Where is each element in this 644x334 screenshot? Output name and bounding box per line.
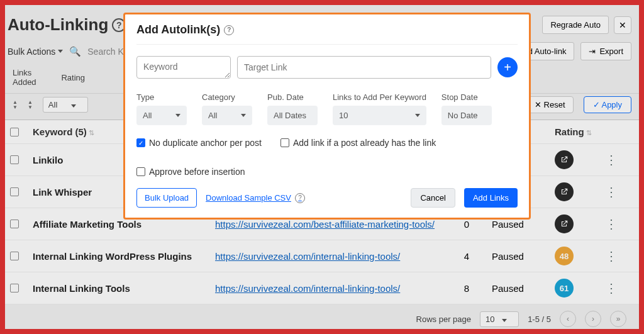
row-status: Paused bbox=[492, 219, 555, 230]
cancel-button[interactable]: Cancel bbox=[411, 188, 455, 208]
row-menu-button[interactable]: ⋮ bbox=[599, 248, 624, 264]
row-links-added: 4 bbox=[441, 251, 492, 262]
links-added-stepper-2[interactable]: ▲▼ bbox=[28, 101, 33, 109]
add-row-button[interactable]: + bbox=[497, 57, 518, 77]
page-title: Auto-Linking ? bbox=[8, 15, 126, 35]
rating-filter-select[interactable]: All bbox=[43, 97, 88, 113]
target-link-input[interactable] bbox=[237, 56, 491, 79]
help-icon: ? bbox=[295, 193, 305, 203]
row-checkbox[interactable] bbox=[10, 187, 19, 196]
download-sample-csv-link[interactable]: Download Sample CSV ? bbox=[206, 193, 305, 203]
bulk-actions-dropdown[interactable]: Bulk Actions bbox=[8, 47, 63, 57]
row-link[interactable]: https://survivezeal.com/internal-linking… bbox=[215, 283, 441, 294]
table-row: Internal Linking WordPress Pluginshttps:… bbox=[5, 240, 639, 272]
page-prev-button[interactable]: ‹ bbox=[560, 311, 576, 327]
row-links-added: 0 bbox=[441, 219, 492, 230]
row-status: Paused bbox=[492, 283, 555, 294]
chevron-down-icon bbox=[415, 114, 420, 117]
row-link[interactable]: https://survivezeal.com/internal-linking… bbox=[215, 251, 441, 262]
export-label: Export bbox=[599, 47, 623, 56]
search-input[interactable]: Search Ke bbox=[87, 47, 128, 57]
addif-checkbox[interactable]: Add link if a post already has the link bbox=[280, 138, 436, 148]
row-menu-button[interactable]: ⋮ bbox=[599, 281, 624, 296]
row-rating bbox=[555, 182, 599, 201]
reset-button[interactable]: ✕ Reset bbox=[526, 96, 574, 113]
row-checkbox[interactable] bbox=[10, 220, 19, 228]
add-links-button[interactable]: Add Links bbox=[464, 188, 518, 208]
select-all-checkbox[interactable] bbox=[10, 128, 19, 136]
chevron-down-icon bbox=[58, 50, 63, 53]
row-menu-button[interactable]: ⋮ bbox=[599, 152, 624, 167]
external-link-icon[interactable] bbox=[555, 150, 574, 169]
page-next-button[interactable]: › bbox=[585, 311, 601, 327]
row-rating: 61 bbox=[555, 279, 599, 298]
apply-button[interactable]: ✓ Apply bbox=[584, 96, 631, 113]
bulk-actions-label: Bulk Actions bbox=[8, 47, 55, 57]
row-menu-button[interactable]: ⋮ bbox=[599, 184, 624, 199]
pubdate-select[interactable]: All Dates bbox=[267, 106, 318, 125]
rows-per-page-label: Rows per page bbox=[416, 315, 471, 324]
bulk-upload-button[interactable]: Bulk Upload bbox=[136, 188, 197, 208]
rating-badge: 48 bbox=[555, 247, 574, 265]
page-title-text: Auto-Linking bbox=[8, 15, 108, 35]
page-range: 1-5 / 5 bbox=[528, 315, 551, 324]
row-rating bbox=[555, 150, 599, 169]
close-button[interactable]: ✕ bbox=[614, 16, 631, 34]
help-icon[interactable]: ? bbox=[224, 25, 234, 35]
row-checkbox[interactable] bbox=[10, 155, 19, 164]
category-select[interactable]: All bbox=[202, 106, 252, 125]
links-per-kw-label: Links to Add Per Keyword bbox=[333, 92, 426, 102]
category-label: Category bbox=[202, 92, 252, 102]
checkbox-icon bbox=[136, 167, 145, 176]
links-added-header: Links Added bbox=[13, 68, 51, 87]
checkbox-icon bbox=[280, 138, 289, 147]
row-keyword: Affiliate Marketing Tools bbox=[33, 219, 215, 230]
modal-title: Add Autolink(s) bbox=[136, 23, 220, 36]
stopdate-select[interactable]: No Date bbox=[441, 106, 492, 125]
export-button[interactable]: ⇥ Export bbox=[580, 42, 631, 60]
type-label: Type bbox=[136, 92, 187, 102]
row-rating: 48 bbox=[555, 247, 599, 265]
approve-checkbox[interactable]: Approve before insertion bbox=[136, 167, 245, 177]
col-rating[interactable]: Rating bbox=[555, 126, 599, 137]
page-last-button[interactable]: » bbox=[610, 311, 626, 327]
row-menu-button[interactable]: ⋮ bbox=[599, 216, 624, 231]
regrade-button[interactable]: Regrade Auto bbox=[542, 16, 609, 34]
row-status: Paused bbox=[492, 251, 555, 262]
chevron-down-icon bbox=[71, 104, 76, 108]
checkbox-checked-icon: ✓ bbox=[136, 138, 145, 147]
row-keyword: Internal Linking Tools bbox=[33, 283, 215, 294]
links-per-kw-select[interactable]: 10 bbox=[333, 106, 426, 125]
type-select[interactable]: All bbox=[136, 106, 187, 125]
chevron-down-icon bbox=[241, 114, 246, 117]
rating-header: Rating bbox=[61, 73, 85, 82]
keyword-input[interactable] bbox=[136, 56, 231, 79]
stopdate-label: Stop Date bbox=[441, 92, 492, 102]
chevron-down-icon bbox=[502, 319, 507, 322]
external-link-icon[interactable] bbox=[555, 214, 574, 233]
export-icon: ⇥ bbox=[589, 47, 596, 56]
table-row: Internal Linking Toolshttps://survivezea… bbox=[5, 272, 639, 304]
row-checkbox[interactable] bbox=[10, 284, 19, 292]
add-autolink-modal: Add Autolink(s) ? + Type All Category Al… bbox=[123, 13, 531, 220]
search-icon[interactable]: 🔍 bbox=[69, 46, 81, 57]
rating-badge: 61 bbox=[555, 279, 574, 298]
links-added-stepper[interactable]: ▲▼ bbox=[13, 101, 18, 109]
row-link[interactable]: https://survivezeal.com/best-affiliate-m… bbox=[215, 219, 441, 230]
external-link-icon[interactable] bbox=[555, 182, 574, 201]
chevron-down-icon bbox=[175, 114, 180, 117]
rows-per-page-select[interactable]: 10 bbox=[480, 311, 519, 327]
pubdate-label: Pub. Date bbox=[267, 92, 318, 102]
row-checkbox[interactable] bbox=[10, 252, 19, 260]
row-links-added: 8 bbox=[441, 283, 492, 294]
row-rating bbox=[555, 214, 599, 233]
row-keyword: Internal Linking WordPress Plugins bbox=[33, 251, 215, 262]
nodup-checkbox[interactable]: ✓ No duplicate anchor per post bbox=[136, 138, 262, 148]
